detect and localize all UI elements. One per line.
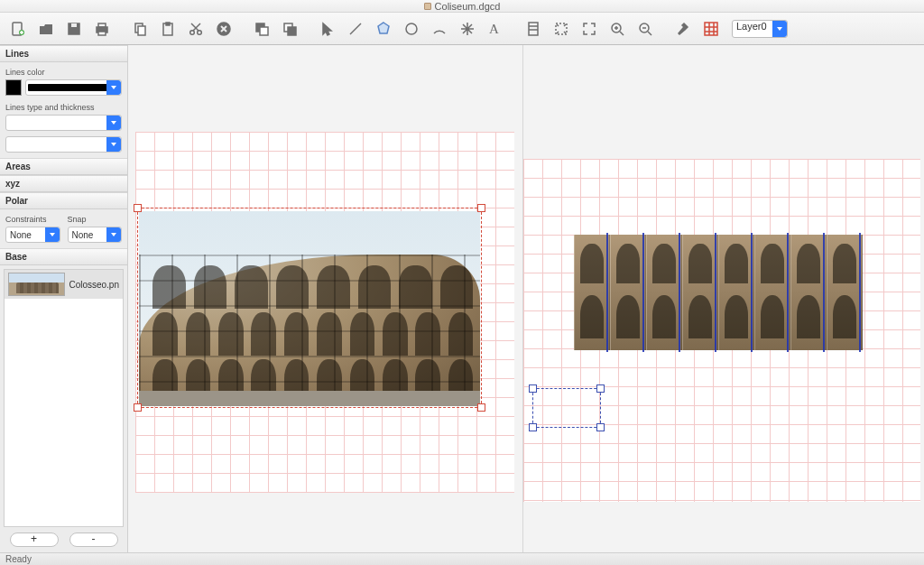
list-item[interactable]: Colosseo.pn (5, 270, 123, 299)
snap-select[interactable]: None (68, 227, 123, 243)
panel-areas-head[interactable]: Areas (0, 158, 127, 175)
svg-rect-6 (98, 32, 106, 35)
paste-button[interactable] (155, 16, 180, 42)
pointer-tool[interactable] (315, 16, 340, 42)
window-titlebar: Coliseum.dgcd (0, 0, 924, 13)
panel-base-head[interactable]: Base (0, 248, 127, 265)
selection-box[interactable] (532, 388, 601, 428)
selection-box[interactable] (137, 208, 482, 408)
chevron-down-icon (45, 227, 60, 242)
new-doc-button[interactable] (5, 16, 31, 42)
svg-text:A: A (489, 22, 499, 36)
snap-label: Snap (68, 215, 123, 224)
panel-xyz-head[interactable]: xyz (0, 175, 127, 192)
chevron-down-icon (106, 116, 121, 130)
base-add-button[interactable]: + (10, 533, 59, 547)
panel-polar-head[interactable]: Polar (0, 192, 127, 209)
svg-rect-5 (98, 23, 106, 27)
lines-color-swatch[interactable] (5, 79, 22, 96)
lines-thickness-select[interactable] (5, 136, 122, 153)
svg-rect-17 (288, 27, 296, 35)
arc-tool[interactable] (427, 16, 452, 42)
delete-button[interactable] (211, 16, 236, 42)
open-button[interactable] (33, 16, 59, 42)
canvas-area (128, 45, 924, 552)
base-remove-button[interactable]: - (69, 533, 118, 547)
resize-handle[interactable] (477, 204, 485, 212)
document-icon (424, 3, 431, 10)
lines-color-label: Lines color (5, 68, 122, 77)
polygon-tool[interactable] (371, 16, 396, 42)
svg-rect-10 (166, 23, 170, 25)
svg-rect-15 (260, 27, 268, 35)
resize-handle[interactable] (529, 423, 537, 431)
lines-type-select[interactable] (5, 115, 122, 131)
grid-toggle-button[interactable] (698, 16, 724, 42)
lines-color-select[interactable] (25, 79, 122, 96)
sidebar: Lines Lines color Lines type and thickne… (0, 45, 128, 552)
chevron-down-icon (772, 21, 787, 37)
print-button[interactable] (89, 16, 115, 42)
chevron-down-icon (106, 80, 121, 95)
resize-handle[interactable] (596, 423, 605, 431)
chevron-down-icon (106, 137, 121, 152)
status-text: Ready (5, 554, 32, 564)
circle-tool[interactable] (399, 16, 424, 42)
base-item-name: Colosseo.pn (69, 280, 119, 290)
save-button[interactable] (61, 16, 87, 42)
window-title: Coliseum.dgcd (435, 1, 501, 12)
zoom-out-button[interactable] (633, 16, 658, 42)
text-tool[interactable]: A (483, 16, 508, 42)
svg-rect-3 (71, 23, 77, 27)
lines-type-label: Lines type and thickness (5, 103, 122, 112)
svg-marker-18 (378, 23, 389, 33)
resize-handle[interactable] (134, 204, 142, 212)
canvas-right-pane[interactable] (523, 45, 924, 552)
resize-handle[interactable] (529, 384, 537, 393)
fit-screen-button[interactable] (577, 16, 602, 42)
constraints-label: Constraints (5, 215, 60, 224)
fit-page-button[interactable] (549, 16, 574, 42)
cut-button[interactable] (183, 16, 208, 42)
star-tool[interactable] (455, 16, 480, 42)
render-strip[interactable] (574, 235, 863, 350)
hammer-button[interactable] (670, 16, 696, 42)
svg-point-19 (406, 23, 417, 34)
chevron-down-icon (106, 227, 121, 242)
resize-handle[interactable] (134, 403, 142, 412)
sheet-button[interactable] (521, 16, 546, 42)
svg-rect-25 (705, 23, 717, 35)
base-thumbnail (8, 273, 65, 296)
svg-rect-21 (529, 23, 538, 35)
base-image-list[interactable]: Colosseo.pn (4, 269, 124, 527)
resize-handle[interactable] (596, 384, 605, 393)
copy-button[interactable] (127, 16, 152, 42)
send-back-button[interactable] (249, 16, 274, 42)
layer-select-value: Layer0 (736, 21, 767, 32)
line-tool[interactable] (343, 16, 368, 42)
canvas-left-pane[interactable] (128, 45, 523, 552)
status-bar: Ready (0, 552, 924, 565)
main-toolbar: A Layer0 (0, 13, 924, 45)
layer-select[interactable]: Layer0 (732, 20, 788, 38)
zoom-in-button[interactable] (605, 16, 630, 42)
constraints-select[interactable]: None (5, 227, 60, 243)
bring-front-button[interactable] (277, 16, 302, 42)
panel-lines-head[interactable]: Lines (0, 45, 127, 62)
svg-rect-8 (138, 26, 145, 35)
resize-handle[interactable] (477, 403, 485, 412)
